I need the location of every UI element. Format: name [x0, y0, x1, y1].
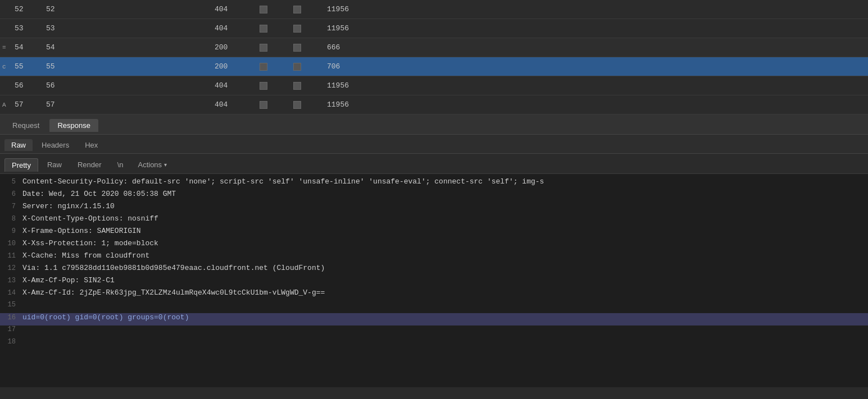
row-check1	[260, 63, 293, 71]
table-row[interactable]: = 54 54 200 666	[0, 38, 868, 57]
tab-request[interactable]: Request	[4, 119, 47, 132]
req-resp-tab-bar: Request Response	[0, 114, 868, 135]
content-line-16-highlighted: 16 uid=0(root) gid=0(root) groups=0(root…	[0, 313, 868, 325]
row-size: 11956	[327, 100, 383, 109]
tab-response[interactable]: Response	[49, 119, 98, 132]
row-id2: 57	[46, 100, 215, 109]
content-line-7: 7 Server: nginx/1.15.10	[0, 202, 868, 214]
row-check2	[293, 6, 327, 13]
row-id: 53	[12, 24, 46, 33]
table-row[interactable]: 53 53 404 11956	[0, 19, 868, 38]
row-status: 404	[215, 24, 260, 33]
row-check1	[260, 6, 293, 13]
table-row[interactable]: A 57 57 404 11956	[0, 95, 868, 114]
content-line-17: 17	[0, 325, 868, 338]
tab-hex[interactable]: Hex	[78, 139, 104, 151]
row-id: 54	[12, 43, 46, 52]
row-size: 706	[327, 62, 383, 71]
row-status: 404	[215, 100, 260, 109]
row-id2: 55	[46, 62, 215, 71]
row-id: 57	[12, 100, 46, 109]
table-row-selected[interactable]: c 55 55 200 706	[0, 57, 868, 76]
row-check2	[293, 63, 327, 71]
content-line-12: 12 Via: 1.1 c795828dd110eb9881b0d985e479…	[0, 264, 868, 276]
row-marker: =	[2, 44, 12, 51]
row-marker: A	[2, 102, 12, 108]
actions-label: Actions	[138, 160, 162, 169]
table-row[interactable]: 56 56 404 11956	[0, 76, 868, 95]
tab-raw[interactable]: Raw	[4, 139, 33, 151]
content-line-13: 13 X-Amz-Cf-Pop: SIN2-C1	[0, 276, 868, 288]
content-line-8: 8 X-Content-Type-Options: nosniff	[0, 214, 868, 227]
row-id: 52	[12, 5, 46, 13]
content-line-5: 5 Content-Security-Policy: default-src '…	[0, 177, 868, 190]
content-line-9: 9 X-Frame-Options: SAMEORIGIN	[0, 227, 868, 239]
row-size: 11956	[327, 5, 383, 13]
request-table: 52 52 404 11956 53 53 404 11956 = 54 54 …	[0, 0, 868, 114]
tab-newline[interactable]: \n	[111, 158, 130, 171]
row-id2: 52	[46, 5, 215, 13]
table-row[interactable]: 52 52 404 11956	[0, 0, 868, 19]
pretty-raw-tab-bar: Pretty Raw Render \n Actions ▾	[0, 154, 868, 174]
row-status: 404	[215, 81, 260, 90]
row-check1	[260, 25, 293, 33]
row-status: 200	[215, 62, 260, 71]
content-line-6: 6 Date: Wed, 21 Oct 2020 08:05:38 GMT	[0, 190, 868, 202]
content-line-14: 14 X-Amz-Cf-Id: 2jZpE-Rk63jpg_TX2LZMz4ul…	[0, 288, 868, 301]
row-size: 11956	[327, 81, 383, 90]
row-check2	[293, 101, 327, 109]
tab-raw-content[interactable]: Raw	[40, 158, 69, 171]
raw-hex-tab-bar: Raw Headers Hex	[0, 135, 868, 154]
row-check1	[260, 101, 293, 109]
row-status: 404	[215, 5, 260, 13]
row-check2	[293, 25, 327, 33]
row-id2: 56	[46, 81, 215, 90]
tab-headers[interactable]: Headers	[35, 139, 76, 151]
row-check2	[293, 44, 327, 52]
content-line-15: 15	[0, 301, 868, 313]
row-check1	[260, 82, 293, 90]
response-content-area: 5 Content-Security-Policy: default-src '…	[0, 174, 868, 387]
content-line-18: 18	[0, 338, 868, 350]
row-size: 11956	[327, 24, 383, 33]
row-id: 56	[12, 81, 46, 90]
row-size: 666	[327, 43, 383, 52]
row-status: 200	[215, 43, 260, 52]
row-id2: 54	[46, 43, 215, 52]
row-check1	[260, 44, 293, 52]
content-line-11: 11 X-Cache: Miss from cloudfront	[0, 251, 868, 264]
row-id2: 53	[46, 24, 215, 33]
tab-pretty[interactable]: Pretty	[4, 158, 38, 172]
row-id: 55	[12, 62, 46, 71]
actions-button[interactable]: Actions ▾	[132, 159, 172, 171]
chevron-down-icon: ▾	[164, 162, 167, 168]
content-line-10: 10 X-Xss-Protection: 1; mode=block	[0, 239, 868, 251]
tab-render[interactable]: Render	[71, 158, 108, 171]
row-marker: c	[2, 63, 12, 70]
row-check2	[293, 82, 327, 90]
